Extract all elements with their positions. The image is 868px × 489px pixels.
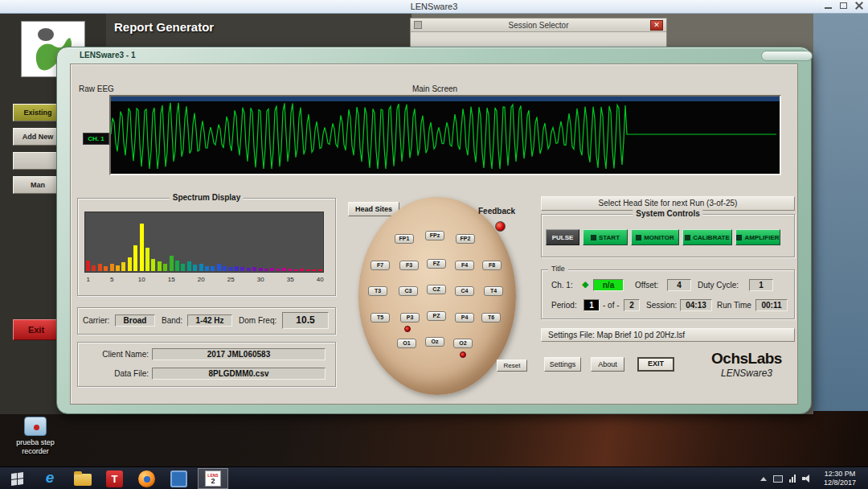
client-name-label: Client Name: bbox=[81, 350, 149, 359]
spectrum-bar-16hz bbox=[175, 261, 179, 271]
spectrum-bar-38hz bbox=[306, 269, 310, 271]
electrode-pz[interactable]: PZ bbox=[427, 311, 446, 321]
electrode-c4[interactable]: C4 bbox=[455, 286, 474, 296]
lensware-taskbar-button[interactable]: LENS 2 bbox=[198, 468, 228, 489]
head-diagram bbox=[358, 197, 516, 395]
taskbar-app-t-icon[interactable]: T bbox=[106, 471, 123, 487]
electrode-f7[interactable]: F7 bbox=[371, 261, 390, 270]
electrode-t4[interactable]: T4 bbox=[484, 286, 503, 296]
exit-button[interactable]: EXIT bbox=[637, 357, 674, 372]
volume-icon[interactable] bbox=[802, 475, 810, 483]
period-of-label: - of - bbox=[603, 301, 620, 310]
period-total[interactable]: 2 bbox=[624, 299, 640, 311]
tray-expand-icon[interactable] bbox=[760, 477, 767, 481]
sidebar-button-existing[interactable]: Existing bbox=[13, 104, 63, 121]
dom-freq-value: 10.5 bbox=[282, 312, 329, 329]
record-dot-icon bbox=[34, 425, 39, 430]
internet-explorer-icon[interactable]: e bbox=[40, 468, 59, 487]
electrode-p4[interactable]: P4 bbox=[455, 313, 474, 323]
system-controls-title: System Controls bbox=[633, 209, 702, 218]
spectrum-bar-37hz bbox=[300, 269, 304, 271]
settings-file-value: Map Brief 10 pd 20Hz.lsf bbox=[597, 331, 686, 339]
step-recorder-icon bbox=[24, 417, 47, 436]
electrode-fz[interactable]: FZ bbox=[427, 259, 446, 269]
window-title: LENSware3 bbox=[0, 2, 868, 11]
spectrum-bar-18hz bbox=[187, 261, 191, 271]
electrode-fpz[interactable]: FPz bbox=[425, 231, 444, 240]
offset-value[interactable]: 4 bbox=[667, 279, 691, 291]
spectrum-title: Spectrum Display bbox=[170, 193, 244, 202]
spectrum-tick-1: 1 bbox=[86, 276, 89, 283]
duty-cycle-value[interactable]: 1 bbox=[749, 279, 773, 291]
minimize-icon[interactable] bbox=[825, 2, 832, 9]
close-icon[interactable] bbox=[855, 2, 863, 10]
band-value[interactable]: 1-42 Hz bbox=[187, 314, 232, 327]
electrode-f3[interactable]: F3 bbox=[399, 261, 419, 270]
electrode-fp1[interactable]: FP1 bbox=[395, 234, 414, 244]
taskbar-app-window-icon[interactable] bbox=[170, 471, 187, 487]
monitor-button[interactable]: MONITOR bbox=[631, 229, 679, 245]
electrode-t6[interactable]: T6 bbox=[481, 313, 501, 323]
spectrum-bar-5hz bbox=[110, 264, 114, 271]
electrode-c3[interactable]: C3 bbox=[399, 286, 418, 296]
carrier-label: Carrier: bbox=[83, 316, 109, 325]
electrode-t3[interactable]: T3 bbox=[368, 286, 387, 296]
electrode-o1[interactable]: O1 bbox=[397, 339, 416, 348]
spectrum-bar-40hz bbox=[318, 269, 322, 271]
spectrum-bar-20hz bbox=[199, 264, 203, 271]
calibrate-button[interactable]: CALIBRATE bbox=[682, 229, 732, 245]
clock[interactable]: 12:30 PM 12/8/2017 bbox=[817, 470, 863, 487]
brand-name: OchsLabs bbox=[690, 350, 803, 368]
eeg-waveform bbox=[111, 103, 776, 169]
spectrum-bar-39hz bbox=[312, 269, 316, 271]
electrode-fp2[interactable]: FP2 bbox=[456, 234, 475, 244]
window-titlebar[interactable]: LENSware3 bbox=[0, 0, 868, 14]
pulse-button[interactable]: PULSE bbox=[546, 229, 579, 245]
channel-diamond-icon: ◆ bbox=[582, 279, 588, 290]
lens-icon-number: 2 bbox=[206, 478, 220, 485]
start-button[interactable]: START bbox=[583, 229, 628, 245]
carrier-value[interactable]: Broad bbox=[115, 314, 155, 327]
electrode-p3[interactable]: P3 bbox=[400, 313, 420, 323]
system-controls-group: System Controls PULSESTARTMONITORCALIBRA… bbox=[541, 214, 795, 257]
electrode-f4[interactable]: F4 bbox=[455, 261, 474, 270]
data-file-label: Data File: bbox=[81, 369, 149, 378]
offset-label: Offset: bbox=[635, 281, 658, 290]
network-icon[interactable] bbox=[789, 475, 796, 483]
report-generator-exit-button[interactable]: Exit bbox=[13, 319, 59, 340]
electrode-cz[interactable]: CZ bbox=[427, 285, 446, 294]
data-file-value[interactable]: 8PLGDMM0.csv bbox=[152, 368, 326, 380]
band-label: Band: bbox=[162, 316, 182, 325]
dom-freq-label: Dom Freq: bbox=[239, 316, 276, 325]
maximize-icon[interactable] bbox=[840, 2, 847, 9]
about-button[interactable]: About bbox=[591, 357, 624, 372]
duty-cycle-label: Duty Cycle: bbox=[698, 281, 739, 290]
main-window-title: LENSware3 - 1 bbox=[80, 51, 135, 60]
client-name-value[interactable]: 2017 JML060583 bbox=[152, 348, 326, 360]
start-button[interactable] bbox=[0, 467, 34, 489]
session-label: Session: bbox=[646, 301, 677, 310]
spectrum-bar-15hz bbox=[170, 256, 174, 271]
sidebar-button-add-new[interactable]: Add New bbox=[13, 128, 63, 146]
browser-globe-icon[interactable] bbox=[138, 471, 155, 487]
spectrum-bar-22hz bbox=[211, 266, 215, 271]
session-selector-titlebar[interactable]: Session Selector ✕ bbox=[411, 18, 666, 32]
file-explorer-icon[interactable] bbox=[74, 474, 92, 486]
sidebar-button-man[interactable]: Man bbox=[13, 176, 63, 194]
electrode-o2[interactable]: O2 bbox=[453, 339, 473, 348]
electrode-f8[interactable]: F8 bbox=[482, 261, 502, 270]
electrode-t5[interactable]: T5 bbox=[371, 313, 390, 323]
session-selector-close-icon[interactable]: ✕ bbox=[650, 20, 663, 31]
spectrum-bar-31hz bbox=[264, 269, 268, 271]
settings-button[interactable]: Settings bbox=[544, 357, 581, 372]
tray-monitor-icon[interactable] bbox=[773, 475, 783, 483]
lensware-main-window: LENSware3 - 1 Raw EEG Main Screen CH. 1 … bbox=[56, 47, 812, 414]
amplifier-button[interactable]: AMPLIFIER bbox=[735, 229, 780, 245]
reset-button[interactable]: Reset bbox=[497, 360, 527, 372]
spectrum-bar-17hz bbox=[181, 264, 185, 271]
spectrum-tick-20: 20 bbox=[198, 276, 205, 283]
sidebar-button-blank[interactable] bbox=[13, 152, 63, 170]
electrode-oz[interactable]: Oz bbox=[425, 337, 444, 347]
spectrum-bar-30hz bbox=[259, 268, 263, 271]
spectrum-bar-14hz bbox=[163, 264, 167, 271]
